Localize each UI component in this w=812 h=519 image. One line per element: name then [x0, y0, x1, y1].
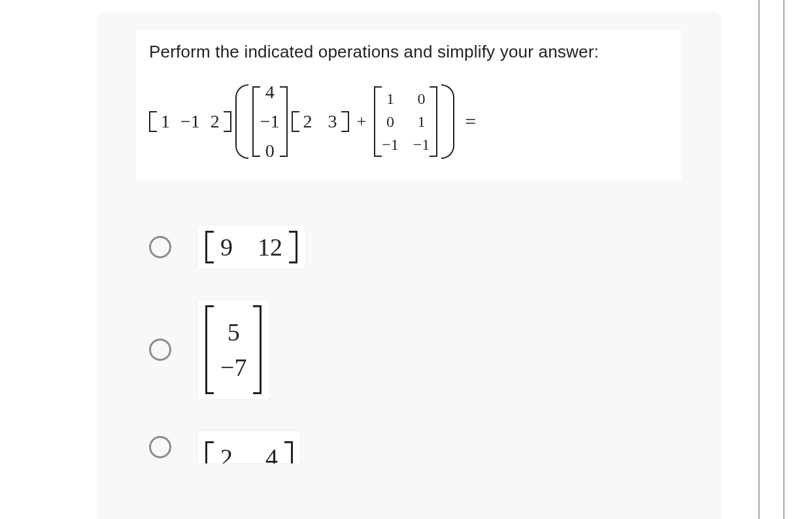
matrix-cell: 9	[220, 233, 233, 261]
equals-sign: =	[465, 110, 476, 133]
radio-icon[interactable]	[149, 436, 171, 458]
matrix-cell: 1	[157, 111, 174, 132]
row-vector: 1 −1 2	[149, 111, 231, 132]
option-1[interactable]: 9 12	[149, 226, 708, 269]
radio-icon[interactable]	[149, 339, 171, 361]
option-content: 2 4	[197, 431, 301, 463]
options-list: 9 12 5 −7	[149, 226, 708, 463]
matrix-cell: −1	[260, 107, 280, 137]
matrix-cell: 1	[382, 90, 399, 108]
option-content: 9 12	[197, 226, 305, 269]
matrix-cell: 4	[262, 78, 279, 107]
matrix-cell: 3	[324, 111, 341, 132]
question-box: Perform the indicated operations and sim…	[136, 30, 682, 180]
matrix-cell: 5	[228, 318, 240, 346]
matrix-cell: 2	[299, 111, 316, 132]
column-vector: 4 −1 0	[252, 78, 288, 165]
matrix-cell: 12	[258, 233, 282, 261]
divider	[783, 0, 785, 519]
matrix-cell: −7	[220, 353, 246, 382]
radio-icon[interactable]	[149, 236, 171, 258]
matrix-cell: 0	[262, 137, 279, 166]
plus-sign: +	[357, 112, 367, 131]
option-3[interactable]: 2 4	[149, 431, 708, 463]
matrix-cell: 2	[207, 111, 224, 132]
question-card: Perform the indicated operations and sim…	[97, 12, 721, 519]
matrix-cell: 2	[220, 443, 233, 463]
option-2[interactable]: 5 −7	[149, 300, 708, 399]
paren-open	[235, 84, 248, 159]
divider	[758, 0, 760, 519]
matrix-cell: −1	[413, 136, 430, 154]
matrix-cell: −1	[180, 111, 200, 132]
expression: 1 −1 2 4 −1 0	[149, 78, 669, 165]
row-vector-2: 2 3	[292, 111, 349, 132]
matrix-cell: 0	[413, 90, 430, 108]
matrix-cell: 0	[382, 113, 399, 131]
matrix-3x2: 1 0 0 1 −1 −1	[374, 86, 437, 157]
page: Perform the indicated operations and sim…	[0, 0, 812, 519]
matrix-cell: 1	[413, 113, 430, 131]
paren-close	[441, 84, 454, 159]
option-content: 5 −7	[197, 300, 269, 399]
question-prompt: Perform the indicated operations and sim…	[149, 42, 669, 62]
matrix-cell: 4	[265, 443, 278, 463]
matrix-cell: −1	[382, 136, 399, 154]
